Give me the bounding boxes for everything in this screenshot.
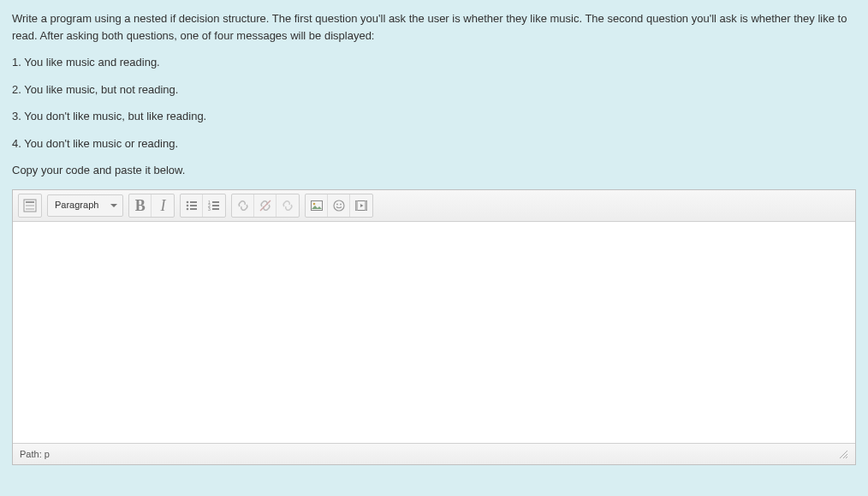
bullet-list-icon [185, 199, 199, 212]
prompt-intro: Write a program using a nested if decisi… [12, 10, 856, 44]
ordered-list-button[interactable]: 1 2 3 [203, 194, 225, 217]
prompt-message-list: 1. You like music and reading. 2. You li… [12, 54, 856, 152]
list-item: 1. You like music and reading. [12, 54, 856, 71]
svg-rect-13 [212, 205, 219, 206]
insert-media-button[interactable] [350, 194, 372, 217]
emoji-icon [332, 199, 346, 212]
bold-button[interactable]: B [129, 194, 152, 217]
rich-text-editor: Paragraph B I [12, 189, 856, 466]
svg-point-4 [187, 200, 189, 203]
editor-path: Path: p [20, 447, 50, 462]
unlink-icon [259, 199, 272, 212]
resize-handle[interactable] [838, 449, 848, 459]
link-icon [236, 199, 250, 212]
toggle-toolbar-button[interactable] [19, 194, 41, 217]
svg-text:3: 3 [208, 206, 211, 212]
svg-point-19 [334, 200, 344, 211]
svg-rect-7 [190, 205, 197, 206]
chevron-down-icon [110, 204, 117, 207]
italic-icon: I [160, 198, 165, 213]
svg-line-28 [846, 457, 847, 458]
bold-icon: B [135, 198, 146, 213]
svg-point-21 [340, 203, 342, 205]
unordered-list-button[interactable] [181, 194, 203, 217]
svg-rect-5 [190, 201, 197, 203]
format-select-label: Paragraph [55, 198, 98, 212]
image-icon [310, 199, 324, 212]
list-item: 2. You like music, but not reading. [12, 81, 856, 99]
svg-rect-15 [212, 208, 219, 210]
unlink-button[interactable] [254, 194, 276, 217]
editor-statusbar: Path: p [13, 443, 855, 465]
format-select[interactable]: Paragraph [47, 194, 123, 217]
autolink-button[interactable] [276, 194, 299, 217]
svg-rect-3 [26, 208, 34, 210]
svg-rect-11 [212, 201, 219, 203]
svg-marker-25 [360, 204, 364, 207]
svg-rect-9 [190, 208, 197, 210]
italic-button[interactable]: I [152, 194, 174, 217]
svg-point-18 [313, 202, 316, 205]
svg-rect-1 [26, 201, 34, 203]
link-button[interactable] [232, 194, 254, 217]
svg-point-20 [336, 203, 338, 205]
svg-rect-2 [26, 205, 34, 206]
editor-textarea[interactable] [13, 222, 855, 443]
numbered-list-icon: 1 2 3 [207, 199, 221, 212]
list-item: 3. You don't like music, but like readin… [12, 108, 856, 125]
autolink-icon [281, 199, 294, 212]
insert-emoji-button[interactable] [328, 194, 350, 217]
svg-point-6 [187, 204, 189, 206]
svg-rect-24 [365, 200, 367, 210]
list-item: 4. You don't like music or reading. [12, 135, 856, 152]
insert-image-button[interactable] [306, 194, 328, 217]
media-icon [354, 199, 368, 212]
svg-rect-23 [356, 200, 359, 210]
question-prompt: Write a program using a nested if decisi… [12, 10, 856, 179]
editor-toolbar: Paragraph B I [13, 190, 855, 222]
prompt-instruction: Copy your code and paste it below. [12, 162, 856, 179]
svg-point-8 [187, 207, 189, 210]
